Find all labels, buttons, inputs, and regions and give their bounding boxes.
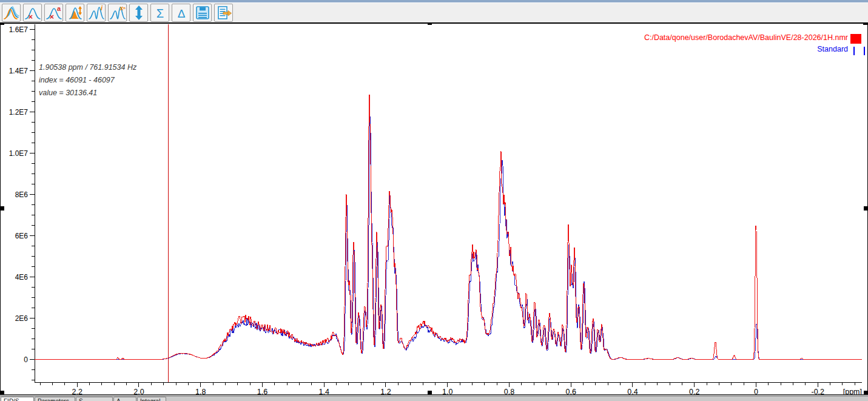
x-axis-label: 2.0 [133, 388, 144, 395]
x-axis-label: 0.4 [627, 388, 638, 395]
scale-spectra-button[interactable] [66, 4, 84, 22]
peak-multiply-button[interactable]: xⁿ [108, 4, 127, 22]
axes [30, 24, 862, 387]
tab-label: S [79, 398, 83, 401]
vertical-zoom-button[interactable] [129, 4, 148, 22]
main-toolbar: ××aixⁿΣΔ [0, 3, 868, 22]
spectrum-pane[interactable]: 1.90538 ppm / 761.91534 Hz index = 46091… [0, 22, 868, 395]
x-axis-label: 1.0 [442, 388, 453, 395]
tab-label: A [116, 398, 121, 401]
svg-text:i: i [101, 5, 103, 12]
export-report-icon [216, 5, 232, 21]
tab-integral[interactable]: Integral [137, 397, 166, 401]
x-axis-label: 1.6 [257, 388, 267, 395]
tab-s[interactable]: S [76, 397, 113, 401]
x-axis-label: -0.2 [811, 388, 824, 395]
hide-all-peaks-button[interactable]: ×a [44, 4, 63, 22]
scale-spectra-icon [67, 5, 83, 21]
save-button[interactable] [193, 4, 212, 22]
hide-peak-icon: × [25, 5, 41, 21]
sum-button[interactable]: Σ [150, 4, 169, 22]
x-axis-label: 0.8 [504, 388, 514, 395]
x-axis-unit-label: [ppm] [843, 388, 862, 395]
tab-label: Parameters [38, 398, 69, 401]
svg-text:×: × [28, 12, 33, 21]
tab-fid-s[interactable]: FID/S [1, 397, 34, 401]
svg-text:xⁿ: xⁿ [119, 5, 126, 12]
tab-label: FID/S [4, 398, 19, 401]
pane-resize-handle[interactable] [863, 22, 867, 25]
x-axis-label: 1.2 [380, 388, 391, 395]
tab-parameters[interactable]: Parameters [35, 397, 75, 401]
export-report-button[interactable] [214, 4, 233, 22]
svg-text:Σ: Σ [156, 7, 163, 20]
y-axis-label: 1.2E7 [9, 108, 29, 116]
x-axis-label: 1.8 [195, 388, 206, 395]
stacked-spectra-icon [4, 5, 19, 21]
tab-a[interactable]: A [113, 397, 136, 401]
peak-integral-button[interactable]: i [87, 4, 106, 22]
svg-text:a: a [57, 5, 61, 12]
y-axis-label: 2E6 [15, 314, 29, 323]
y-axis-label: 1.4E7 [9, 67, 29, 75]
x-axis-label: 0 [754, 388, 758, 395]
hide-peak-button[interactable]: × [23, 4, 42, 22]
svg-text:×: × [49, 12, 54, 21]
pane-resize-handle[interactable] [0, 22, 4, 25]
y-axis-label: 4E6 [15, 273, 29, 281]
spectrum-trace-sample [35, 95, 862, 360]
spectrum-trace-standard [35, 116, 862, 360]
y-axis-label: 8E6 [15, 190, 29, 199]
x-axis-label: 0.6 [566, 388, 576, 395]
pane-resize-handle[interactable] [0, 206, 4, 211]
hide-all-peaks-icon: ×a [46, 5, 62, 21]
delta-button[interactable]: Δ [172, 4, 190, 22]
sum-icon: Σ [152, 5, 168, 21]
y-axis-label: 1.0E7 [9, 149, 29, 158]
x-axis-label: 2.2 [72, 388, 82, 395]
tab-label: Integral [140, 398, 160, 401]
pane-resize-handle[interactable] [864, 391, 868, 395]
pane-resize-handle[interactable] [864, 206, 868, 211]
nmr-application-window: ××aixⁿΣΔ 1.90538 ppm / 761.91534 Hz inde… [0, 0, 868, 401]
pane-border [1, 23, 868, 395]
pane-resize-handle[interactable] [428, 391, 432, 395]
x-axis-label: 1.4 [319, 388, 329, 395]
pane-resize-handle[interactable] [428, 22, 432, 25]
stacked-spectra-button[interactable] [2, 4, 21, 22]
y-axis-label: 6E6 [15, 232, 29, 240]
pane-resize-handle[interactable] [0, 391, 4, 395]
save-icon [195, 5, 210, 21]
y-axis-label: 1.6E7 [9, 25, 29, 34]
x-axis-label: 0.2 [689, 388, 699, 395]
spectrum-plot[interactable]: 1.6E71.4E71.2E71.0E78E66E64E62E602.22.01… [0, 22, 868, 395]
y-axis-label: 0 [24, 356, 28, 364]
vertical-zoom-icon [131, 5, 147, 21]
bottom-tab-bar: FID/SParametersSAIntegral [0, 396, 868, 401]
peak-multiply-icon: xⁿ [110, 5, 126, 21]
delta-icon: Δ [173, 5, 189, 21]
peak-integral-icon: i [89, 5, 104, 21]
svg-text:Δ: Δ [177, 7, 185, 20]
